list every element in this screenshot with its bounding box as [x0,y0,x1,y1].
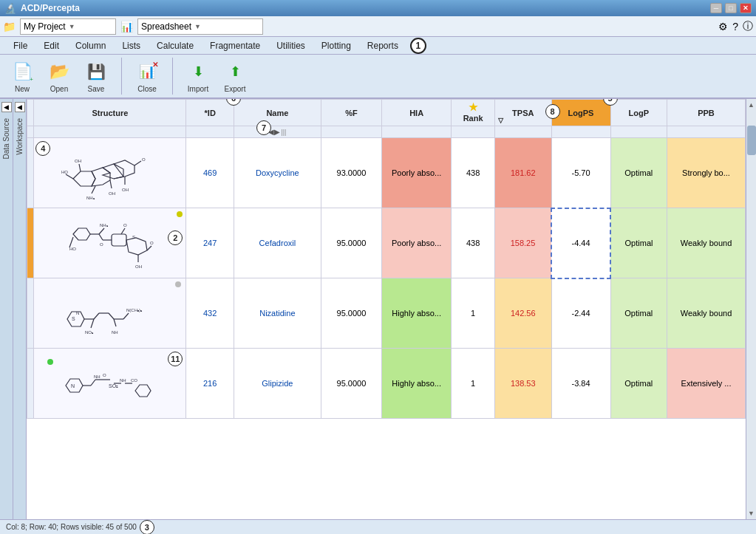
logps-cell-3: -2.44 [551,278,610,349]
resize-bars-icon: ||| [281,129,286,136]
data-source-toggle[interactable]: ◀ [1,102,12,112]
col-ctrl-indicator [27,126,34,138]
export-button[interactable]: ⬆ Export [220,60,250,93]
svg-marker-16 [73,228,90,240]
col-ctrl-logps [551,126,610,138]
svg-text:SO₂: SO₂ [109,383,118,388]
toolbar: 📄 + New 📂 Open 💾 Save 📊 ✕ Close ⬇ Import [0,55,756,99]
svg-line-30 [147,246,151,250]
filter-icon[interactable]: ▽ [498,117,503,124]
col-header-logps[interactable]: LogPS 5 [551,100,610,126]
workspace-toggle[interactable]: ◀ [15,102,25,112]
menu-column[interactable]: Column [68,39,113,52]
project-label: My Project [24,21,66,32]
svg-line-14 [110,180,112,188]
svg-text:HO: HO [69,247,76,251]
svg-text:NH₂: NH₂ [86,196,95,200]
svg-text:N(CH₃)₂: N(CH₃)₂ [126,308,143,312]
maximize-button[interactable]: □ [725,3,737,13]
svg-line-12 [92,186,95,194]
name-cell-4: Glipizide [234,349,321,419]
annotation-7: 7 [256,120,271,135]
row-indicator-3 [27,278,34,349]
col-ctrl-pctf [321,126,381,138]
col-header-id[interactable]: *ID 6 [186,100,234,126]
open-button[interactable]: 📂 Open [44,60,74,93]
project-bar-right: ⚙ ? ⓘ [718,20,753,33]
col-resize-area[interactable]: ◀▶ ||| [234,128,321,136]
spreadsheet-selector[interactable]: Spreadsheet ▼ [137,18,263,35]
col-ctrl-tpsa [495,126,551,138]
minimize-button[interactable]: ─ [710,3,722,13]
menu-plotting[interactable]: Plotting [314,39,358,52]
menu-calculate[interactable]: Calculate [149,39,201,52]
svg-text:N: N [71,383,75,388]
col-header-rank[interactable]: ★ Rank [452,100,495,126]
menu-reports[interactable]: Reports [360,39,406,52]
svg-marker-2 [103,164,123,179]
annotation-8: 8 [545,104,560,119]
annotation-1: 1 [410,38,426,54]
scrollbar-thumb[interactable] [747,126,756,155]
spreadsheet-label: Spreadsheet [141,21,191,32]
svg-line-43 [91,319,94,328]
svg-line-51 [91,380,95,386]
project-selector[interactable]: My Project ▼ [20,18,116,35]
svg-text:O: O [142,157,146,162]
col-header-pctf[interactable]: %F [321,100,381,126]
col-header-logp[interactable]: LogP [610,100,667,126]
row-indicator-2 [27,208,34,278]
info-icon[interactable]: ⓘ [743,20,753,33]
svg-text:O: O [100,242,103,247]
hia-cell-4: Highly abso... [382,349,452,419]
import-button[interactable]: ⬇ Import [183,60,213,93]
id-cell-4: 216 [186,349,234,419]
structure-cell-4: 11 N NH [34,349,186,419]
svg-text:HO: HO [61,170,68,174]
pctf-cell-3: 95.0000 [321,278,381,349]
workspace-label: Workspace [16,118,24,155]
menu-file[interactable]: File [6,39,35,52]
svg-marker-0 [73,171,95,186]
menu-lists[interactable]: Lists [115,39,148,52]
col-ctrl-ppb [667,126,746,138]
help-icon[interactable]: ? [732,21,738,32]
table-row: 11 N NH [27,349,746,419]
vertical-scrollbar[interactable]: ▲ ▼ [746,99,756,519]
svg-line-22 [99,234,103,240]
svg-line-8 [134,161,141,165]
ppb-cell-2: Weakly bound [667,208,746,278]
close-x-icon: ✕ [152,61,158,69]
col-header-ppb[interactable]: PPB [667,100,746,126]
scroll-down-button[interactable]: ▼ [746,507,756,519]
save-button[interactable]: 💾 Save [81,60,111,93]
project-icon: 📁 [3,21,16,32]
data-source-label: Data Source [2,118,10,160]
ppb-cell-3: Weakly bound [667,278,746,349]
new-button[interactable]: 📄 + New [7,60,37,93]
col-header-structure[interactable]: Structure [34,100,186,126]
import-label: Import [188,85,208,93]
menu-fragmentate[interactable]: Fragmentate [202,39,268,52]
col-header-name[interactable]: Name [234,100,321,126]
rank-star-icon: ★ [469,101,478,113]
scroll-up-button[interactable]: ▲ [746,99,756,111]
molecule-nizatidine: S N(CH₃)₂ [58,282,162,343]
close-button[interactable]: ✕ [740,3,752,13]
rank-cell-2: 438 [452,208,495,278]
col-header-hia[interactable]: HIA [382,100,452,126]
spreadsheet-dropdown-arrow: ▼ [194,23,201,30]
svg-line-20 [99,228,104,234]
rank-cell-3: 1 [452,278,495,349]
menu-edit[interactable]: Edit [36,39,67,52]
menu-utilities[interactable]: Utilities [269,39,313,52]
close-button[interactable]: 📊 ✕ Close [132,60,162,93]
settings-icon[interactable]: ⚙ [718,21,728,32]
new-label: New [15,85,30,93]
col-ctrl-name: ◀▶ ||| 7 [234,126,321,138]
col-header-tpsa[interactable]: TPSA 8 ▽ [495,100,551,126]
svg-rect-25 [112,234,126,246]
molecule-glipizide: N NH O SO₂ [58,352,162,413]
export-label: Export [225,85,246,93]
svg-text:O: O [150,241,154,245]
